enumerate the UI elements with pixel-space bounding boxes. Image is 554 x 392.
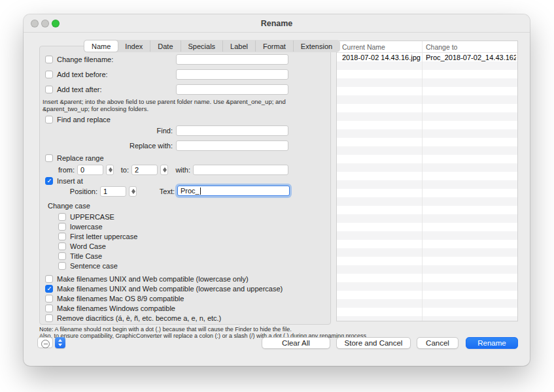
sentence-case-checkbox[interactable]	[58, 262, 66, 270]
table-row[interactable]: 2018-07-02 14.43.16.jpg Proc_2018-07-02_…	[337, 53, 517, 61]
macos89-checkbox[interactable]	[45, 295, 53, 302]
unix-mixedcase-row[interactable]: Make filenames UNIX and Web compatible (…	[45, 284, 283, 293]
replace-range-checkbox[interactable]	[45, 154, 53, 162]
find-input[interactable]	[176, 125, 288, 136]
lowercase-checkbox[interactable]	[58, 223, 66, 231]
word-case-checkbox[interactable]	[58, 242, 66, 250]
tab-format[interactable]: Format	[255, 41, 293, 52]
case-sentence-row[interactable]: Sentence case	[58, 261, 118, 270]
parent-token-hint: Insert &parent; into the above field to …	[43, 98, 313, 112]
title-bar[interactable]: Rename	[24, 14, 530, 33]
text-input[interactable]: Proc_	[177, 186, 290, 196]
windows-compat-row[interactable]: Make filenames Windows compatible	[45, 304, 175, 313]
tab-extension[interactable]: Extension	[293, 41, 339, 52]
with-input[interactable]	[193, 165, 288, 175]
add-text-before-label: Add text before:	[57, 71, 108, 78]
note-line-1: Note: A filename should not begin with a…	[39, 326, 292, 333]
window-title: Rename	[24, 19, 530, 28]
macos89-row[interactable]: Make filenames Mac OS 8/9 compatible	[45, 294, 184, 303]
title-case-label: Title Case	[70, 252, 102, 260]
add-text-after-input[interactable]	[176, 84, 288, 95]
with-label: with:	[167, 166, 190, 174]
find-and-replace-label: Find and replace	[57, 116, 111, 123]
unix-lowercase-row[interactable]: Make filenames UNIX and Web compatible (…	[45, 274, 249, 284]
insert-at-label: Insert at	[57, 177, 83, 185]
from-input[interactable]: 0	[77, 165, 103, 175]
change-filename-row[interactable]: Change filename:	[45, 55, 113, 64]
uppercase-label: UPPERCASE	[70, 213, 114, 221]
lowercase-label: lowercase	[70, 223, 103, 231]
table-header: Current Name Change to	[337, 41, 517, 53]
uppercase-checkbox[interactable]	[58, 213, 66, 221]
remove-preset-button[interactable]	[37, 337, 53, 348]
insert-at-checkbox[interactable]	[45, 177, 53, 185]
to-label: to:	[113, 166, 129, 174]
column-header-change-to[interactable]: Change to	[426, 43, 457, 51]
first-letter-uppercase-checkbox[interactable]	[58, 233, 66, 240]
tab-label[interactable]: Label	[222, 41, 255, 52]
unix-lowercase-checkbox[interactable]	[45, 275, 53, 283]
position-input[interactable]: 1	[100, 186, 126, 197]
windows-compat-checkbox[interactable]	[45, 304, 53, 312]
title-case-checkbox[interactable]	[58, 252, 66, 260]
rename-preview-table[interactable]: Current Name Change to 2018-07-02 14.43.…	[336, 41, 518, 321]
text-cursor	[200, 188, 201, 195]
rename-button[interactable]: Rename	[466, 337, 518, 349]
find-label: Find:	[40, 127, 173, 135]
case-first-letter-row[interactable]: First letter uppercase	[58, 232, 137, 241]
unix-mixedcase-label: Make filenames UNIX and Web compatible (…	[57, 285, 283, 293]
name-options-group: Change filename: Add text before: Add te…	[39, 46, 331, 325]
change-filename-label: Change filename:	[57, 56, 113, 63]
to-input[interactable]: 2	[131, 165, 158, 175]
add-text-before-row[interactable]: Add text before:	[45, 70, 108, 79]
unix-mixedcase-checkbox[interactable]	[45, 285, 53, 293]
change-filename-input[interactable]	[176, 54, 288, 65]
add-text-after-row[interactable]: Add text after:	[45, 85, 101, 94]
case-word-row[interactable]: Word Case	[58, 242, 106, 251]
word-case-label: Word Case	[70, 242, 106, 250]
add-text-after-label: Add text after:	[57, 86, 101, 93]
add-text-after-checkbox[interactable]	[45, 86, 53, 93]
position-stepper[interactable]	[129, 186, 137, 197]
clear-all-button[interactable]: Clear All	[262, 337, 330, 349]
remove-diacritics-row[interactable]: Remove diacritics (á, è, ñ, etc. become …	[45, 314, 221, 323]
sentence-case-label: Sentence case	[70, 262, 118, 270]
replace-range-row[interactable]: Replace range	[45, 154, 104, 163]
preset-stepper[interactable]	[55, 337, 65, 348]
text-label: Text:	[151, 188, 175, 195]
rename-dialog-window: Rename Name Index Date Specials Label Fo…	[24, 14, 530, 366]
insert-at-row[interactable]: Insert at	[45, 176, 83, 186]
change-case-label: Change case	[48, 202, 90, 210]
column-header-current-name[interactable]: Current Name	[342, 43, 385, 51]
tab-specials[interactable]: Specials	[181, 41, 223, 52]
case-lowercase-row[interactable]: lowercase	[58, 222, 103, 231]
macos89-label: Make filenames Mac OS 8/9 compatible	[57, 295, 184, 302]
tab-index[interactable]: Index	[118, 41, 150, 52]
add-text-before-checkbox[interactable]	[45, 71, 53, 78]
case-title-row[interactable]: Title Case	[58, 252, 102, 261]
replace-range-label: Replace range	[57, 154, 104, 162]
find-and-replace-checkbox[interactable]	[45, 116, 53, 123]
tab-date[interactable]: Date	[150, 41, 180, 52]
column-divider	[422, 41, 423, 321]
case-uppercase-row[interactable]: UPPERCASE	[58, 212, 114, 221]
tab-name[interactable]: Name	[84, 41, 118, 52]
remove-diacritics-label: Remove diacritics (á, è, ñ, etc. become …	[57, 314, 221, 322]
store-and-cancel-button[interactable]: Store and Cancel	[336, 337, 411, 349]
rename-tabs: Name Index Date Specials Label Format Ex…	[84, 40, 340, 52]
cancel-button[interactable]: Cancel	[417, 337, 459, 349]
replace-with-label: Replace with:	[40, 142, 173, 150]
remove-diacritics-checkbox[interactable]	[45, 314, 53, 322]
position-label: Position:	[40, 188, 97, 195]
find-and-replace-row[interactable]: Find and replace	[45, 115, 111, 124]
cell-change-to: Proc_2018-07-02_14.43.162...	[426, 54, 516, 61]
table-body[interactable]: 2018-07-02 14.43.16.jpg Proc_2018-07-02_…	[337, 53, 517, 321]
replace-with-input[interactable]	[176, 140, 288, 151]
text-input-value: Proc_	[181, 187, 199, 195]
cell-current-name: 2018-07-02 14.43.16.jpg	[342, 54, 421, 61]
windows-compat-label: Make filenames Windows compatible	[57, 304, 175, 312]
change-filename-checkbox[interactable]	[45, 56, 53, 63]
from-label: from:	[40, 166, 75, 174]
first-letter-uppercase-label: First letter uppercase	[70, 233, 137, 240]
add-text-before-input[interactable]	[176, 69, 288, 80]
